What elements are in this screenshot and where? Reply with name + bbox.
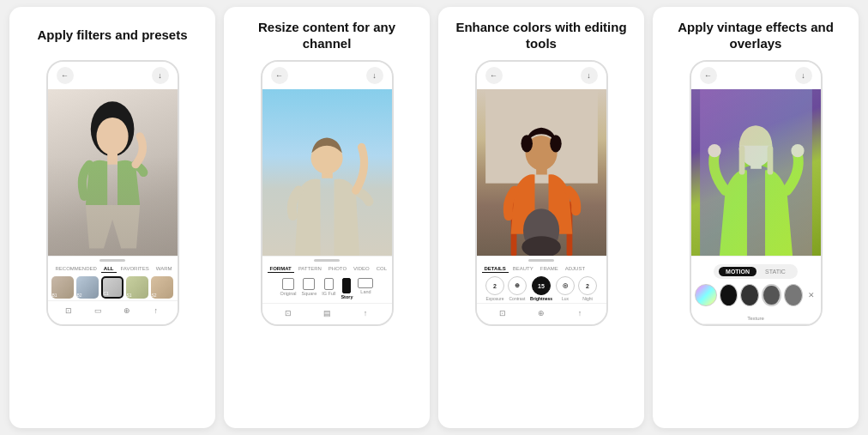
overlay-gray[interactable] bbox=[784, 284, 803, 306]
slider-lux[interactable]: ◎ Lux bbox=[556, 276, 575, 301]
format-original[interactable]: Original bbox=[280, 278, 297, 299]
close-overlay[interactable]: ✕ bbox=[805, 291, 817, 299]
photo-bg-3 bbox=[477, 89, 606, 256]
format-label-landscape: Land bbox=[360, 289, 371, 294]
phone-bottom-3: DETAILS BEAUTY FRAME ADJUST 2 Exposure ⊕… bbox=[477, 256, 606, 324]
tab-favorites[interactable]: FAVORITES bbox=[118, 265, 152, 273]
tab-all[interactable]: ALL bbox=[101, 265, 117, 273]
format-box-square bbox=[303, 278, 315, 290]
tab-beauty[interactable]: BEAUTY bbox=[510, 265, 536, 273]
tab-recommended[interactable]: RECOMMENDED bbox=[53, 265, 99, 273]
overlay-rainbow[interactable] bbox=[695, 284, 717, 306]
crop-icon-3[interactable]: ⊡ bbox=[496, 306, 509, 320]
back-button-4[interactable]: ← bbox=[700, 67, 717, 84]
card-title-enhance: Enhance colors with editing tools bbox=[438, 7, 644, 60]
format-label-story: Story bbox=[341, 294, 353, 299]
format-story[interactable]: Story bbox=[341, 278, 353, 299]
card-vintage: Apply vintage effects and overlays ← ↓ bbox=[653, 7, 859, 428]
phone-bottom-2: FORMAT PATTERN PHOTO VIDEO COL Original … bbox=[262, 256, 392, 324]
filter-tabs-1: RECOMMENDED ALL FAVORITES WARM bbox=[48, 262, 178, 275]
photo-bg-2 bbox=[262, 89, 392, 256]
texture-label-container: Texture bbox=[691, 308, 821, 323]
slider-night[interactable]: 2 Night bbox=[578, 276, 597, 301]
phone-frame-1: ← ↓ bbox=[46, 60, 179, 326]
tab-details[interactable]: DETAILS bbox=[482, 265, 509, 273]
card-title-filters: Apply filters and presets bbox=[23, 7, 201, 60]
photo-bg-4 bbox=[691, 89, 821, 256]
bottom-icons-1: ⊡ ▭ ⊕ ↑ bbox=[48, 300, 178, 320]
lux-value: ◎ bbox=[556, 276, 575, 295]
grid-icon[interactable]: ▤ bbox=[320, 306, 334, 320]
sticker-icon[interactable]: ⊕ bbox=[120, 304, 134, 317]
exposure-label: Exposure bbox=[485, 296, 503, 301]
bottom-icons-2: ⊡ ▤ ↑ bbox=[262, 303, 392, 323]
tab-static[interactable]: STATIC bbox=[758, 267, 793, 276]
bottom-icons-3: ⊡ ⊕ ↑ bbox=[477, 303, 606, 323]
brightness-label: Brightness bbox=[530, 296, 552, 301]
format-label-square: Square bbox=[301, 291, 316, 296]
download-button-1[interactable]: ↓ bbox=[152, 67, 169, 84]
filter-b2[interactable]: B2 bbox=[76, 276, 99, 299]
contrast-value: ⊕ bbox=[508, 276, 527, 295]
overlay-dark1[interactable] bbox=[720, 284, 738, 306]
slider-contrast[interactable]: ⊕ Contrast bbox=[508, 276, 527, 301]
export-icon-3[interactable]: ↑ bbox=[573, 306, 587, 320]
tab-adjust[interactable]: ADJUST bbox=[563, 265, 588, 273]
export-icon-2[interactable]: ↑ bbox=[359, 306, 372, 320]
overlay-dark3-selected[interactable] bbox=[762, 284, 781, 306]
resize-icon[interactable]: ⊡ bbox=[281, 306, 295, 320]
back-button-3[interactable]: ← bbox=[485, 67, 503, 84]
layers-icon[interactable]: ▭ bbox=[91, 304, 105, 317]
phone-topbar-1: ← ↓ bbox=[48, 62, 178, 89]
filter-s2[interactable]: S2 bbox=[151, 276, 173, 299]
download-button-4[interactable]: ↓ bbox=[795, 67, 812, 84]
download-button-3[interactable]: ↓ bbox=[581, 67, 598, 84]
tab-format[interactable]: FORMAT bbox=[268, 265, 294, 273]
phone-frame-3: ← ↓ bbox=[475, 60, 608, 326]
card-resize: Resize content for any channel ← ↓ bbox=[224, 7, 430, 428]
main-container: Apply filters and presets ← ↓ bbox=[0, 0, 868, 435]
format-label-original: Original bbox=[280, 291, 297, 296]
sliders-row: 2 Exposure ⊕ Contrast 15 Brightness ◎ Lu… bbox=[477, 275, 606, 303]
filter-b1[interactable]: B1 bbox=[51, 276, 74, 299]
phone-frame-4: ← ↓ bbox=[690, 60, 823, 326]
format-box-landscape bbox=[358, 278, 373, 288]
format-box-story bbox=[342, 278, 351, 293]
phone-topbar-4: ← ↓ bbox=[691, 62, 821, 89]
slider-exposure[interactable]: 2 Exposure bbox=[485, 276, 504, 301]
download-button-2[interactable]: ↓ bbox=[366, 67, 383, 84]
back-button-2[interactable]: ← bbox=[271, 67, 288, 84]
filter-row-1: B1 B2 C1 S1 S2 bbox=[48, 275, 178, 300]
format-square[interactable]: Square bbox=[301, 278, 316, 299]
crop-icon[interactable]: ⊡ bbox=[62, 304, 75, 317]
lux-label: Lux bbox=[562, 296, 569, 301]
person-svg-3 bbox=[477, 89, 606, 256]
phone-bottom-1: RECOMMENDED ALL FAVORITES WARM B1 B2 C1 bbox=[48, 256, 178, 324]
svg-point-10 bbox=[521, 135, 532, 152]
filter-b3[interactable]: C1 bbox=[101, 276, 124, 299]
export-icon-1[interactable]: ↑ bbox=[149, 304, 163, 317]
phone-bottom-4: MOTION STATIC ✕ Texture ⊡ ▭ bbox=[691, 256, 821, 324]
tab-motion[interactable]: MOTION bbox=[719, 267, 756, 276]
phone-topbar-3: ← ↓ bbox=[477, 62, 606, 89]
back-button-1[interactable]: ← bbox=[57, 67, 74, 84]
tab-warm[interactable]: WARM bbox=[154, 265, 175, 273]
phone-topbar-2: ← ↓ bbox=[262, 62, 392, 89]
person-svg-4 bbox=[691, 89, 821, 256]
brightness-value: 15 bbox=[532, 276, 551, 295]
adjust-icon[interactable]: ⊕ bbox=[534, 306, 548, 320]
overlay-dark2[interactable] bbox=[740, 284, 759, 306]
filter-s1[interactable]: S1 bbox=[126, 276, 148, 299]
tab-photo[interactable]: PHOTO bbox=[326, 265, 349, 273]
tab-video[interactable]: VIDEO bbox=[351, 265, 372, 273]
format-box-igfull bbox=[324, 278, 334, 290]
slider-brightness[interactable]: 15 Brightness bbox=[530, 276, 552, 301]
tab-color[interactable]: COL bbox=[374, 265, 389, 273]
tab-pattern[interactable]: PATTERN bbox=[296, 265, 324, 273]
format-label-igfull: IG Full bbox=[322, 291, 335, 296]
format-igfull[interactable]: IG Full bbox=[322, 278, 335, 299]
person-svg-1 bbox=[48, 89, 178, 256]
tab-frame[interactable]: FRAME bbox=[538, 265, 561, 273]
format-landscape[interactable]: Land bbox=[358, 278, 373, 299]
card-title-resize: Resize content for any channel bbox=[224, 7, 430, 60]
